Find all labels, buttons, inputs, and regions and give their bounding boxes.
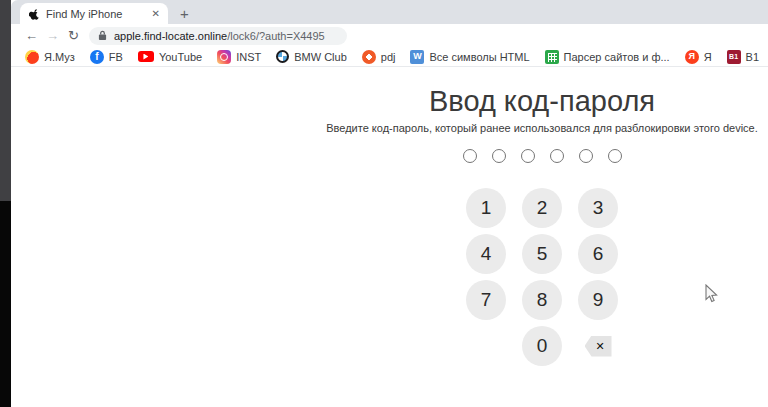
backspace-key[interactable]: ✕ bbox=[585, 336, 612, 357]
desktop-strip-top bbox=[0, 0, 11, 201]
instagram-icon bbox=[217, 50, 231, 64]
keypad: 1234567890✕ bbox=[297, 188, 768, 366]
bookmark-label: FB bbox=[109, 51, 123, 63]
keypad-spacer bbox=[466, 326, 506, 366]
key-6[interactable]: 6 bbox=[578, 234, 618, 274]
passcode-dot bbox=[463, 149, 477, 163]
bookmark-youtube[interactable]: YouTube bbox=[138, 51, 202, 63]
bookmark-w-doc[interactable]: WВсе символы HTML bbox=[410, 50, 529, 64]
bookmark-label: Парсер сайтов и ф... bbox=[564, 51, 670, 63]
grid-green-icon bbox=[545, 50, 559, 64]
tab-title: Find My iPhone bbox=[46, 8, 146, 20]
key-9[interactable]: 9 bbox=[578, 280, 618, 320]
address-bar[interactable]: apple.find-locate.online/lock6/?auth=X44… bbox=[89, 27, 347, 45]
desktop-strip-bottom bbox=[0, 201, 11, 407]
passcode-dot bbox=[492, 149, 506, 163]
delete-key-cell: ✕ bbox=[578, 326, 618, 366]
key-0[interactable]: 0 bbox=[522, 326, 562, 366]
facebook-icon: f bbox=[90, 50, 104, 64]
bookmark-yandex[interactable]: ЯЯ bbox=[685, 50, 712, 64]
passcode-page: Ввод код-пароля Введите код-пароль, кото… bbox=[297, 84, 768, 366]
bookmark-promodj[interactable]: pdj bbox=[362, 50, 396, 64]
passcode-dot bbox=[550, 149, 564, 163]
mouse-cursor bbox=[704, 284, 718, 304]
bookmark-label: BMW Club bbox=[294, 51, 347, 63]
bookmark-label: В1 bbox=[746, 51, 759, 63]
back-icon[interactable]: ← bbox=[21, 28, 42, 43]
bookmark-label: Я bbox=[704, 51, 712, 63]
key-7[interactable]: 7 bbox=[466, 280, 506, 320]
key-1[interactable]: 1 bbox=[466, 188, 506, 228]
passcode-dot bbox=[608, 149, 622, 163]
bookmark-label: pdj bbox=[381, 51, 396, 63]
promodj-icon bbox=[362, 50, 376, 64]
passcode-dot bbox=[521, 149, 535, 163]
passcode-dots bbox=[297, 149, 768, 163]
key-3[interactable]: 3 bbox=[578, 188, 618, 228]
bookmark-yandex-music[interactable]: Я.Муз bbox=[25, 50, 75, 64]
bookmark-label: Все символы HTML bbox=[429, 51, 529, 63]
browser-window: Find My iPhone ✕ + ← → ↻ apple.find-loca… bbox=[11, 0, 768, 407]
browser-tab[interactable]: Find My iPhone ✕ bbox=[20, 3, 168, 24]
key-5[interactable]: 5 bbox=[522, 234, 562, 274]
bookmark-bmw[interactable]: BMW Club bbox=[276, 50, 347, 63]
b1-icon: В1 bbox=[727, 50, 741, 64]
bookmark-instagram[interactable]: INST bbox=[217, 50, 261, 64]
bmw-icon bbox=[276, 50, 289, 63]
forward-icon: → bbox=[42, 28, 63, 43]
apple-logo-icon bbox=[28, 7, 40, 20]
key-2[interactable]: 2 bbox=[522, 188, 562, 228]
reload-icon[interactable]: ↻ bbox=[63, 28, 84, 43]
page-subtitle: Введите код-пароль, который ранее исполь… bbox=[297, 122, 768, 134]
passcode-dot bbox=[579, 149, 593, 163]
new-tab-button[interactable]: + bbox=[180, 5, 189, 22]
bookmark-label: Я.Муз bbox=[44, 51, 75, 63]
backspace-x-icon: ✕ bbox=[595, 340, 604, 353]
browser-toolbar: ← → ↻ apple.find-locate.online/lock6/?au… bbox=[11, 24, 768, 47]
lock-icon bbox=[98, 30, 107, 41]
screen: Find My iPhone ✕ + ← → ↻ apple.find-loca… bbox=[0, 0, 768, 407]
bookmark-label: YouTube bbox=[159, 51, 202, 63]
bookmarks-bar: Я.МузfFBYouTubeINSTBMW ClubpdjWВсе симво… bbox=[11, 47, 768, 67]
yandex-music-icon bbox=[25, 50, 39, 64]
tab-strip: Find My iPhone ✕ + bbox=[11, 0, 768, 24]
w-doc-icon: W bbox=[410, 50, 424, 64]
url-path: /lock6/?auth=X4495 bbox=[227, 30, 325, 42]
bookmark-label: INST bbox=[236, 51, 261, 63]
key-4[interactable]: 4 bbox=[466, 234, 506, 274]
tab-close-icon[interactable]: ✕ bbox=[152, 8, 160, 19]
youtube-icon bbox=[138, 51, 154, 62]
yandex-icon: Я bbox=[685, 50, 699, 64]
key-8[interactable]: 8 bbox=[522, 280, 562, 320]
page-title: Ввод код-пароля bbox=[297, 84, 768, 118]
bookmark-b1[interactable]: В1В1 bbox=[727, 50, 759, 64]
url-domain: apple.find-locate.online bbox=[114, 30, 227, 42]
bookmark-grid-green[interactable]: Парсер сайтов и ф... bbox=[545, 50, 670, 64]
bookmark-facebook[interactable]: fFB bbox=[90, 50, 123, 64]
url-text: apple.find-locate.online/lock6/?auth=X44… bbox=[114, 30, 325, 42]
play-icon bbox=[143, 54, 148, 60]
